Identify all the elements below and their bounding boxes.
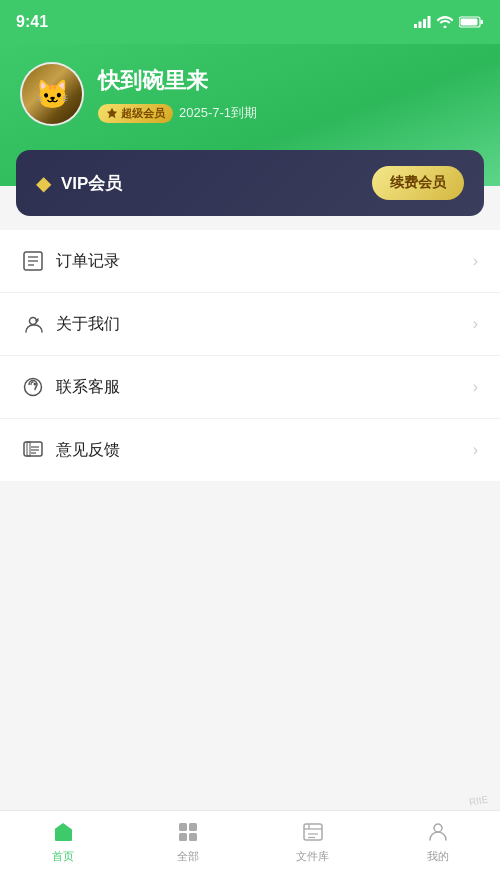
svg-rect-0 xyxy=(414,24,417,28)
all-nav-label: 全部 xyxy=(177,849,199,864)
svg-rect-2 xyxy=(423,19,426,28)
avatar-image: 🐱 xyxy=(22,64,82,124)
svg-rect-6 xyxy=(481,20,484,24)
support-icon xyxy=(22,376,44,398)
nav-item-home[interactable]: 首页 xyxy=(0,819,125,864)
menu-item-support-left: 联系客服 xyxy=(22,376,120,398)
library-nav-icon xyxy=(300,819,326,845)
wifi-icon xyxy=(437,16,453,28)
svg-point-14 xyxy=(34,383,37,386)
nav-item-library[interactable]: 文件库 xyxy=(250,819,375,864)
bottom-nav: 首页 全部 文件库 xyxy=(0,810,500,890)
vip-expiry: 2025-7-1到期 xyxy=(179,104,257,122)
vip-banner-left: ◆ VIP会员 xyxy=(36,171,122,195)
svg-rect-25 xyxy=(189,833,197,841)
support-label: 联系客服 xyxy=(56,377,120,398)
all-nav-icon xyxy=(175,819,201,845)
menu-item-orders-left: 订单记录 xyxy=(22,250,120,272)
profile-info: 快到碗里来 超级会员 2025-7-1到期 xyxy=(98,66,257,123)
feedback-icon xyxy=(22,439,44,461)
nav-item-all[interactable]: 全部 xyxy=(125,819,250,864)
mine-nav-icon xyxy=(425,819,451,845)
support-chevron: › xyxy=(473,378,478,396)
menu-item-support[interactable]: 联系客服 › xyxy=(0,356,500,419)
vip-banner: ◆ VIP会员 续费会员 xyxy=(16,150,484,216)
menu-item-feedback-left: 意见反馈 xyxy=(22,439,120,461)
menu-section: 订单记录 › 关于我们 › xyxy=(0,230,500,481)
profile-name: 快到碗里来 xyxy=(98,66,257,96)
status-icons xyxy=(414,16,484,28)
vip-renew-button[interactable]: 续费会员 xyxy=(372,166,464,200)
svg-point-12 xyxy=(30,318,37,325)
svg-rect-24 xyxy=(179,833,187,841)
orders-label: 订单记录 xyxy=(56,251,120,272)
svg-rect-1 xyxy=(419,22,422,29)
vip-diamond-icon: ◆ xyxy=(36,171,51,195)
nav-item-mine[interactable]: 我的 xyxy=(375,819,500,864)
about-icon xyxy=(22,313,44,335)
vip-banner-text: VIP会员 xyxy=(61,172,122,195)
menu-item-orders[interactable]: 订单记录 › xyxy=(0,230,500,293)
svg-point-31 xyxy=(434,824,442,832)
vip-label: 超级会员 xyxy=(121,106,165,121)
profile-row: 🐱 快到碗里来 超级会员 2025-7-1到期 xyxy=(20,62,480,126)
about-chevron: › xyxy=(473,315,478,333)
svg-rect-5 xyxy=(461,19,478,26)
signal-icon xyxy=(414,16,431,28)
svg-rect-16 xyxy=(27,442,30,456)
menu-item-feedback[interactable]: 意见反馈 › xyxy=(0,419,500,481)
avatar: 🐱 xyxy=(20,62,84,126)
vip-tag: 超级会员 xyxy=(98,104,173,123)
home-nav-icon xyxy=(50,819,76,845)
feedback-chevron: › xyxy=(473,441,478,459)
svg-marker-7 xyxy=(107,108,117,118)
menu-item-about[interactable]: 关于我们 › xyxy=(0,293,500,356)
vip-badge-row: 超级会员 2025-7-1到期 xyxy=(98,104,257,123)
feedback-label: 意见反馈 xyxy=(56,440,120,461)
about-label: 关于我们 xyxy=(56,314,120,335)
home-nav-label: 首页 xyxy=(52,849,74,864)
gray-area xyxy=(0,481,500,701)
orders-chevron: › xyxy=(473,252,478,270)
svg-rect-3 xyxy=(428,16,431,28)
vip-icon xyxy=(106,107,118,119)
watermark: RItE xyxy=(468,793,489,807)
mine-nav-label: 我的 xyxy=(427,849,449,864)
battery-icon xyxy=(459,16,484,28)
library-nav-label: 文件库 xyxy=(296,849,329,864)
svg-rect-23 xyxy=(189,823,197,831)
status-time: 9:41 xyxy=(16,13,48,31)
menu-item-about-left: 关于我们 xyxy=(22,313,120,335)
svg-rect-21 xyxy=(60,835,65,840)
status-bar: 9:41 xyxy=(0,0,500,44)
svg-rect-22 xyxy=(179,823,187,831)
orders-icon xyxy=(22,250,44,272)
